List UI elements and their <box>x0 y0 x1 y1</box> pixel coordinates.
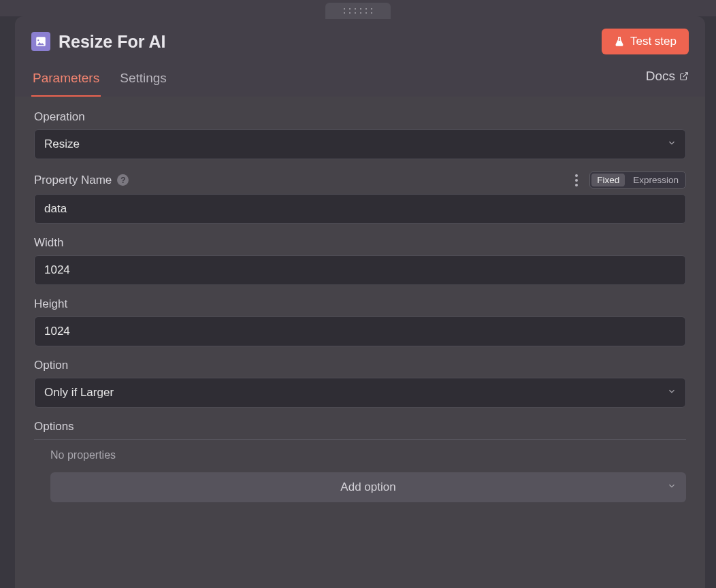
image-node-icon <box>31 32 50 51</box>
node-title[interactable]: Resize For AI <box>59 32 165 52</box>
tab-parameters[interactable]: Parameters <box>31 64 101 97</box>
panel-header: Resize For AI Test step Parameters Setti… <box>15 16 705 97</box>
operation-select[interactable]: Resize <box>34 129 686 159</box>
panel-drag-handle[interactable] <box>325 3 391 19</box>
width-label: Width <box>34 236 63 250</box>
options-section-label: Options <box>34 420 686 440</box>
width-input[interactable] <box>34 255 686 285</box>
operation-label: Operation <box>34 110 85 124</box>
option-label: Option <box>34 359 68 372</box>
tab-settings[interactable]: Settings <box>118 64 168 97</box>
svg-line-0 <box>683 73 687 77</box>
test-step-button[interactable]: Test step <box>602 29 689 54</box>
property-name-input[interactable] <box>34 194 686 224</box>
add-option-button[interactable]: Add option <box>50 472 686 502</box>
external-link-icon <box>679 71 689 81</box>
panel-body: Operation Resize Property Name ? <box>15 97 705 588</box>
fixed-expression-toggle: Fixed Expression <box>589 172 686 189</box>
toggle-expression[interactable]: Expression <box>626 172 685 188</box>
property-name-label: Property Name ? <box>34 174 129 187</box>
option-select[interactable]: Only if Larger <box>34 378 686 408</box>
flask-icon <box>614 36 625 47</box>
toggle-fixed[interactable]: Fixed <box>591 174 625 186</box>
drag-dots-icon <box>344 8 372 14</box>
docs-link[interactable]: Docs <box>646 69 689 92</box>
no-properties-text: No properties <box>50 449 686 461</box>
height-label: Height <box>34 297 67 311</box>
chevron-down-icon <box>667 480 677 494</box>
height-input[interactable] <box>34 316 686 346</box>
help-icon[interactable]: ? <box>117 174 129 186</box>
field-menu-button[interactable] <box>570 174 583 186</box>
node-config-panel: Resize For AI Test step Parameters Setti… <box>15 16 705 588</box>
